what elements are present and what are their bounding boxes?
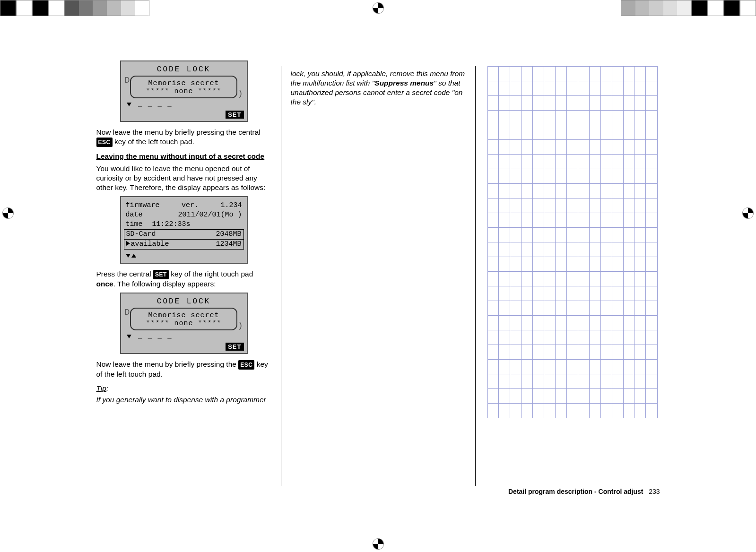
column-1: CODE LOCK De ) Memorise secret ***** non… (96, 57, 271, 495)
set-badge: SET (226, 111, 243, 119)
lcd-underscores: _ _ _ _ (124, 100, 244, 108)
column-2: lock, you should, if applicable, remove … (291, 57, 466, 495)
top-left-swatches (0, 0, 149, 16)
notes-grid (487, 66, 658, 418)
paragraph: Press the central SET key of the right t… (96, 269, 271, 289)
paragraph: Now leave the menu by briefly pressing t… (96, 128, 271, 147)
lcd-header: CODE LOCK (124, 65, 244, 74)
lcd-bg-right: ) (238, 89, 243, 98)
column-separator (475, 66, 476, 486)
info-row-selected: available 1234MB (124, 240, 244, 250)
set-keycap: SET (153, 270, 169, 279)
popup-line1: Memorise secret (133, 311, 235, 319)
lcd-codelock-1: CODE LOCK De ) Memorise secret ***** non… (120, 60, 248, 122)
registration-mark-icon (373, 539, 383, 549)
column-separator (281, 66, 281, 486)
info-row-selected: SD-Card 2048MB (124, 229, 244, 240)
paragraph: You would like to leave the menu opened … (96, 164, 271, 192)
info-row: date 2011/02/01(Mo ) (126, 210, 242, 220)
lcd-info: firmware ver. 1.234 date 2011/02/01(Mo )… (120, 196, 248, 264)
paragraph: Now leave the menu by briefly pressing t… (96, 360, 271, 379)
column-3: Detail program description - Control adj… (485, 57, 660, 495)
section-heading: Leaving the menu without input of a secr… (96, 152, 271, 161)
esc-keycap: ESC (238, 360, 254, 370)
lcd-popup: Memorise secret ***** none ***** (130, 76, 237, 98)
paragraph: lock, you should, if applicable, remove … (291, 69, 466, 107)
lcd-popup: Memorise secret ***** none ***** (130, 308, 237, 330)
set-badge: SET (226, 343, 243, 351)
printer-marks-top (0, 0, 756, 16)
lcd-codelock-2: CODE LOCK De ) Memorise secret ***** non… (120, 293, 248, 354)
popup-line2: ***** none ***** (133, 87, 235, 95)
lcd-header: CODE LOCK (124, 297, 244, 306)
tip-line: Tip: (96, 384, 271, 393)
lcd-bg-right: ) (238, 321, 243, 330)
lcd-underscores: _ _ _ _ (124, 332, 244, 340)
popup-line1: Memorise secret (133, 79, 235, 87)
popup-line2: ***** none ***** (133, 319, 235, 328)
esc-keycap: ESC (96, 138, 113, 147)
page-footer: Detail program description - Control adj… (508, 488, 660, 495)
triangle-right-icon (126, 241, 130, 246)
nav-arrows-icon (126, 251, 242, 260)
info-row: firmware ver. 1.234 (126, 201, 242, 210)
registration-mark-icon (373, 3, 383, 13)
info-row: time 11:22:33s (126, 220, 242, 229)
top-right-swatches (621, 0, 756, 16)
paragraph: If you generally want to dispense with a… (96, 395, 271, 405)
